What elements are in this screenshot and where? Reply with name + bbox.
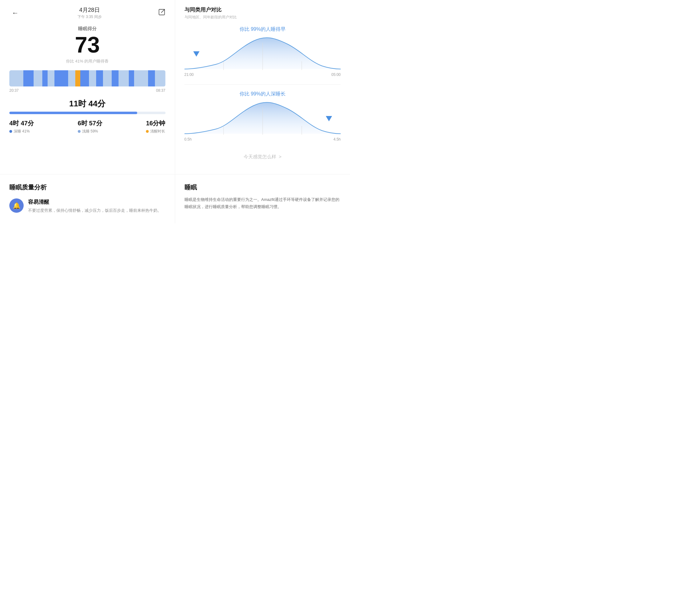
- svg-line-1: [161, 9, 165, 13]
- chart-divider: [184, 84, 341, 85]
- analysis-item-title: 容易清醒: [28, 199, 161, 206]
- bell-chart-1: [184, 36, 341, 71]
- feel-today-label: 今天感觉怎么样: [244, 154, 276, 159]
- stat-item-0: 4时 47分深睡 41%: [9, 119, 34, 134]
- header-date: 4月28日: [77, 6, 102, 14]
- analysis-item: 🔔 容易清醒 不要过度劳累，保持心情舒畅，减少压力，饭后百步走，睡前来杯热牛奶。: [9, 199, 166, 214]
- timeline-segment-deep: [42, 70, 48, 86]
- timeline-segment-deep: [96, 70, 103, 86]
- stat-label-0: 深睡 41%: [14, 129, 29, 134]
- sleep-info-desc: 睡眠是生物维持生命活动的重要行为之一。Amazfit通过手环等硬件设备了解并记录…: [184, 196, 341, 211]
- header: ← 4月28日 下午 3:35 同步: [9, 6, 166, 20]
- stat-dot-0: [9, 130, 12, 133]
- chart1-x-end: 05:00: [331, 73, 341, 77]
- timeline-labels: 20:37 08:37: [9, 88, 166, 93]
- header-center: 4月28日 下午 3:35 同步: [77, 6, 102, 20]
- duration-text: 11时 44分: [9, 98, 166, 109]
- timeline-segment-light: [134, 70, 148, 86]
- chart2-x-end: 4.5h: [333, 137, 341, 141]
- header-sync: 下午 3:35 同步: [77, 14, 102, 20]
- timeline-segment-deep: [129, 70, 134, 86]
- timeline-segment-light: [119, 70, 129, 86]
- chart-section-1: 你比 99%的人睡得早: [184, 26, 341, 77]
- sleep-score-number: 73: [9, 33, 166, 56]
- bell-chart-2: [184, 101, 341, 135]
- timeline-bar: [9, 70, 166, 86]
- timeline-end: 08:37: [156, 88, 165, 93]
- chart-section-2: 你比 99%的人深睡长: [184, 91, 341, 141]
- stat-label-row-2: 清醒时长: [146, 129, 165, 134]
- timeline-segment-light: [89, 70, 96, 86]
- timeline-segment-deep: [23, 70, 33, 86]
- timeline-segment-awake: [75, 70, 81, 86]
- chart2-label: 你比 99%的人深睡长: [184, 91, 341, 97]
- analysis-title: 睡眠质量分析: [9, 183, 166, 191]
- stat-label-row-0: 深睡 41%: [9, 129, 34, 134]
- timeline-start: 20:37: [9, 88, 19, 93]
- share-icon[interactable]: [158, 8, 166, 18]
- stat-label-2: 清醒时长: [150, 129, 165, 134]
- chart1-label: 你比 99%的人睡得早: [184, 26, 341, 33]
- chart1-axis-labels: 21:00 05:00: [184, 73, 341, 77]
- sleep-score-section: 睡眠得分 73 你比 41% 的用户睡得香: [9, 26, 166, 64]
- analysis-item-desc: 不要过度劳累，保持心情舒畅，减少压力，饭后百步走，睡前来杯热牛奶。: [28, 207, 161, 214]
- bottom-section: 睡眠质量分析 🔔 容易清醒 不要过度劳累，保持心情舒畅，减少压力，饭后百步走，睡…: [0, 175, 350, 223]
- stats-row: 4时 47分深睡 41%6时 57分浅睡 59%16分钟清醒时长: [9, 119, 166, 134]
- analysis-bell-icon: 🔔: [13, 202, 21, 209]
- stat-dot-1: [78, 130, 81, 133]
- sleep-score-title: 睡眠得分: [9, 26, 166, 32]
- stat-label-row-1: 浅睡 59%: [78, 129, 102, 134]
- sleep-info-title: 睡眠: [184, 183, 341, 191]
- bottom-left: 睡眠质量分析 🔔 容易清醒 不要过度劳累，保持心情舒畅，减少压力，饭后百步走，睡…: [0, 175, 175, 223]
- back-button[interactable]: ←: [9, 8, 21, 18]
- sleep-score-subtitle: 你比 41% 的用户睡得香: [9, 58, 166, 64]
- feel-today-arrow: >: [279, 154, 281, 159]
- duration-section: 11时 44分: [9, 98, 166, 114]
- duration-bar-track: [9, 112, 166, 114]
- sleep-timeline: 20:37 08:37: [9, 70, 166, 93]
- chart2-axis-labels: 0.5h 4.5h: [184, 137, 341, 141]
- bottom-right: 睡眠 睡眠是生物维持生命活动的重要行为之一。Amazfit通过手环等硬件设备了解…: [175, 175, 350, 223]
- timeline-segment-deep: [112, 70, 119, 86]
- timeline-segment-deep: [148, 70, 155, 86]
- analysis-content: 容易清醒 不要过度劳累，保持心情舒畅，减少压力，饭后百步走，睡前来杯热牛奶。: [28, 199, 161, 214]
- timeline-segment-light: [48, 70, 54, 86]
- stat-value-2: 16分钟: [146, 119, 165, 128]
- svg-marker-9: [326, 116, 332, 121]
- timeline-segment-light: [9, 70, 23, 86]
- timeline-segment-light: [33, 70, 42, 86]
- comparison-title: 与同类用户对比: [184, 6, 341, 14]
- stat-label-1: 浅睡 59%: [82, 129, 98, 134]
- timeline-segment-deep: [54, 70, 69, 86]
- stat-value-1: 6时 57分: [78, 119, 102, 128]
- comparison-subtitle: 与同地区、同年龄段的用户对比: [184, 15, 341, 20]
- right-panel: 与同类用户对比 与同地区、同年龄段的用户对比 你比 99%的人睡得早: [175, 0, 350, 174]
- stat-value-0: 4时 47分: [9, 119, 34, 128]
- left-panel: ← 4月28日 下午 3:35 同步 睡眠得分 73 你比 41% 的用户睡得香: [0, 0, 175, 174]
- duration-bar-fill: [9, 112, 137, 114]
- timeline-segment-deep: [80, 70, 89, 86]
- svg-marker-5: [193, 51, 199, 57]
- timeline-segment-light: [155, 70, 165, 86]
- chart1-x-start: 21:00: [184, 73, 194, 77]
- chart2-x-start: 0.5h: [184, 137, 192, 141]
- timeline-segment-light: [103, 70, 112, 86]
- stat-item-2: 16分钟清醒时长: [146, 119, 165, 134]
- timeline-segment-light: [68, 70, 75, 86]
- analysis-icon: 🔔: [9, 199, 24, 213]
- stat-dot-2: [146, 130, 149, 133]
- stat-item-1: 6时 57分浅睡 59%: [78, 119, 102, 134]
- feel-today-button[interactable]: 今天感觉怎么样 >: [184, 149, 341, 165]
